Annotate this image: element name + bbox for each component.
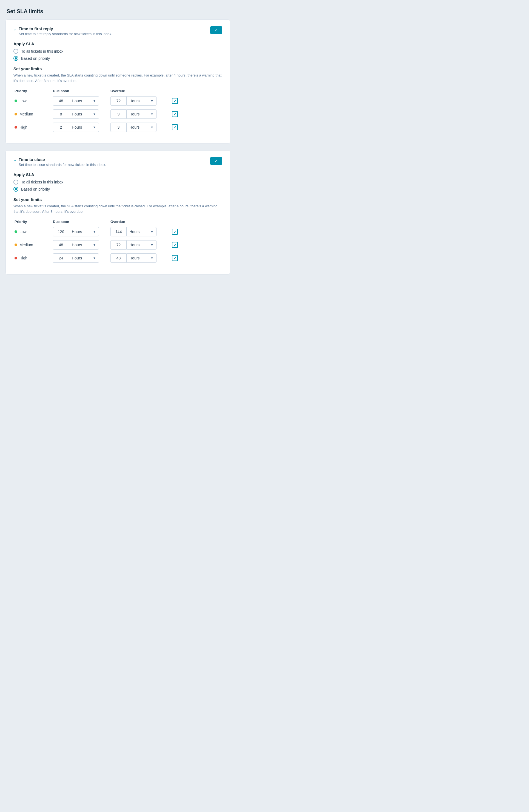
section2-checkbox-medium-box[interactable]: ✓ — [172, 242, 178, 248]
section2-overdue-low: Hours ▼ — [111, 227, 165, 236]
section1-radio-priority-label: Based on priority — [21, 56, 50, 61]
section2-radio-priority-inner — [15, 188, 17, 190]
section2-due-soon-high-unit[interactable]: Hours ▼ — [69, 253, 99, 263]
section2-apply-sla-title: Apply SLA — [13, 172, 222, 177]
section2-checkbox-high-box[interactable]: ✓ — [172, 255, 178, 261]
section1-title-block: Time to first reply Set time to first re… — [19, 26, 112, 36]
section2-overdue-high-input[interactable] — [111, 253, 126, 263]
section1-label-medium: Medium — [19, 112, 33, 116]
section2-table-header: Priority Due soon Overdue — [13, 220, 222, 224]
section1-label-high: High — [19, 125, 27, 129]
section2-due-soon-medium: Hours ▼ — [53, 240, 108, 249]
section1-checkbox-low-box[interactable]: ✓ — [172, 98, 178, 104]
section1-checkbox-high[interactable]: ✓ — [168, 124, 182, 130]
section1-chevron[interactable]: ⌄ — [13, 27, 16, 31]
section2-due-soon-medium-unit[interactable]: Hours ▼ — [69, 240, 99, 249]
section1-apply-sla-title: Apply SLA — [13, 41, 222, 46]
section2-checkbox-medium-check: ✓ — [174, 243, 177, 247]
section1-limits-title: Set your limits — [13, 67, 222, 71]
section2-limits-title: Set your limits — [13, 197, 222, 202]
section1-toggle[interactable]: ✓ — [210, 26, 222, 34]
section2-checkbox-low-box[interactable]: ✓ — [172, 229, 178, 235]
section1-overdue-low-unit[interactable]: Hours ▼ — [126, 96, 157, 105]
section2-overdue-medium-input[interactable] — [111, 240, 126, 249]
section1-checkbox-low[interactable]: ✓ — [168, 98, 182, 104]
section2-overdue-medium-unit[interactable]: Hours ▼ — [126, 240, 157, 249]
section2-overdue-low-dropdown-icon: ▼ — [150, 230, 153, 233]
section2-radio-priority-circle — [13, 187, 18, 192]
section1-due-soon-low-input[interactable] — [53, 96, 69, 105]
section2-due-soon-low-input[interactable] — [53, 227, 69, 236]
section2-priority-low: Low — [15, 230, 50, 234]
section1-due-soon-high-input[interactable] — [53, 122, 69, 132]
section1-due-soon-medium-input[interactable] — [53, 110, 69, 119]
section2-due-soon-medium-input[interactable] — [53, 240, 69, 249]
section1-limits-table: Priority Due soon Overdue Low Hours ▼ — [13, 89, 222, 132]
section1-overdue-medium-unit-text: Hours — [129, 112, 149, 116]
section2-due-soon-high-unit-text: Hours — [72, 256, 91, 260]
section1-table-header: Priority Due soon Overdue — [13, 89, 222, 93]
section2-checkbox-medium[interactable]: ✓ — [168, 242, 182, 248]
section2-radio-group: To all tickets in this inbox Based on pr… — [13, 179, 222, 192]
section1-overdue-medium: Hours ▼ — [111, 110, 165, 119]
section1-checkbox-medium-box[interactable]: ✓ — [172, 111, 178, 117]
section1-dot-low — [15, 100, 17, 102]
section1-checkbox-high-box[interactable]: ✓ — [172, 124, 178, 130]
section1-radio-all-label: To all tickets in this inbox — [21, 49, 63, 54]
section1-checkbox-medium[interactable]: ✓ — [168, 111, 182, 117]
section2-due-soon-high-dropdown-icon: ▼ — [93, 257, 96, 260]
section1-due-soon-low-unit[interactable]: Hours ▼ — [69, 96, 99, 105]
section1-overdue-low-unit-text: Hours — [129, 99, 149, 103]
section2-title-block: Time to close Set time to close standard… — [19, 157, 106, 167]
section2-overdue-low-input[interactable] — [111, 227, 126, 236]
section2-due-soon-high-input[interactable] — [53, 253, 69, 263]
section2-due-soon-low: Hours ▼ — [53, 227, 108, 236]
section2-toggle[interactable]: ✓ — [210, 157, 222, 165]
section2-overdue-low-unit-text: Hours — [129, 230, 149, 234]
section1-radio-priority[interactable]: Based on priority — [13, 56, 222, 61]
section1-row-medium: Medium Hours ▼ Hours ▼ — [13, 110, 222, 119]
section2-chevron[interactable]: ⌄ — [13, 158, 16, 162]
section2-due-soon-low-unit[interactable]: Hours ▼ — [69, 227, 99, 236]
section2-radio-priority[interactable]: Based on priority — [13, 187, 222, 192]
section1-card: ⌄ Time to first reply Set time to first … — [5, 19, 230, 144]
section2-checkbox-low[interactable]: ✓ — [168, 229, 182, 235]
section2-radio-all-circle — [13, 179, 18, 185]
section1-due-soon-medium-unit[interactable]: Hours ▼ — [69, 110, 99, 119]
section1-radio-priority-circle — [13, 56, 18, 61]
section2-radio-all[interactable]: To all tickets in this inbox — [13, 179, 222, 185]
section1-due-soon-medium-unit-text: Hours — [72, 112, 91, 116]
section1-row-low: Low Hours ▼ Hours ▼ — [13, 96, 222, 105]
section2-checkbox-high-check: ✓ — [174, 256, 177, 260]
section1-checkbox-high-check: ✓ — [174, 125, 177, 129]
section2-overdue-high-dropdown-icon: ▼ — [150, 257, 153, 260]
section1-overdue-low-input[interactable] — [111, 96, 126, 105]
section2-dot-medium — [15, 244, 17, 246]
section1-overdue-high-unit[interactable]: Hours ▼ — [126, 122, 157, 132]
section2-overdue-high-unit[interactable]: Hours ▼ — [126, 253, 157, 263]
section1-due-soon-medium: Hours ▼ — [53, 110, 108, 119]
section2-overdue-low-unit[interactable]: Hours ▼ — [126, 227, 157, 236]
section1-overdue-high-input[interactable] — [111, 122, 126, 132]
section2-limits-table: Priority Due soon Overdue Low Hours ▼ — [13, 220, 222, 263]
section2-header-overdue: Overdue — [111, 220, 165, 224]
section1-checkbox-medium-check: ✓ — [174, 112, 177, 116]
section1-priority-low: Low — [15, 99, 50, 103]
section1-overdue-high-unit-text: Hours — [129, 125, 149, 129]
section2-due-soon-medium-unit-text: Hours — [72, 243, 91, 247]
section2-subtitle: Set time to close standards for new tick… — [19, 163, 106, 167]
section2-title: Time to close — [19, 157, 106, 162]
section1-limits: Set your limits When a new ticket is cre… — [13, 67, 222, 132]
section2-radio-all-label: To all tickets in this inbox — [21, 180, 63, 184]
section2-overdue-high-unit-text: Hours — [129, 256, 149, 260]
section1-overdue-medium-input[interactable] — [111, 110, 126, 119]
section2-limits: Set your limits When a new ticket is cre… — [13, 197, 222, 263]
section1-due-soon-high-unit[interactable]: Hours ▼ — [69, 122, 99, 132]
section1-radio-all[interactable]: To all tickets in this inbox — [13, 49, 222, 54]
section2-due-soon-low-dropdown-icon: ▼ — [93, 230, 96, 233]
section1-apply-sla: Apply SLA To all tickets in this inbox B… — [13, 41, 222, 61]
section1-due-soon-medium-dropdown-icon: ▼ — [93, 113, 96, 116]
section1-dot-medium — [15, 113, 17, 115]
section1-overdue-medium-unit[interactable]: Hours ▼ — [126, 110, 157, 119]
section2-checkbox-high[interactable]: ✓ — [168, 255, 182, 261]
